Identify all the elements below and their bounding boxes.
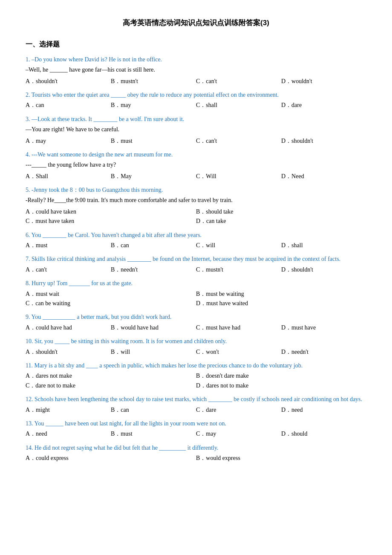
- option: B．must: [111, 429, 196, 439]
- options-row: A．mayB．mustC．can'tD．shouldn't: [26, 136, 366, 146]
- question-block: 1. –Do you know where David is? He is no…: [26, 55, 366, 86]
- option: C．shall: [196, 101, 281, 110]
- option: C．won't: [196, 347, 281, 357]
- question-continuation: —You are right! We have to be careful.: [26, 125, 366, 134]
- option: C．dare not to make: [26, 381, 196, 390]
- question-text: 1. –Do you know where David is? He is no…: [26, 55, 366, 64]
- question-continuation: ---_____ the young fellow have a try?: [26, 160, 366, 170]
- option: B．must be waiting: [196, 289, 366, 299]
- option: B．can: [111, 241, 196, 250]
- option: B．can: [111, 405, 196, 415]
- question-text: 14. He did not regret saying what he did…: [26, 443, 366, 453]
- option: A．dares not make: [26, 371, 196, 381]
- option: B．May: [111, 172, 196, 181]
- question-number: 11.: [26, 362, 33, 369]
- question-block: 14. He did not regret saying what he did…: [26, 443, 366, 463]
- options-row: A．must waitB．must be waitingC．can be wai…: [26, 289, 366, 309]
- question-number: 14.: [26, 445, 33, 451]
- question-block: 7. Skills like critical thinking and ana…: [26, 254, 366, 275]
- options-row: A．shouldn'tB．mustn'tC．can'tD．wouldn't: [26, 77, 366, 86]
- options-row: A．ShallB．MayC．WillD．Need: [26, 172, 366, 181]
- question-block: 11. Mary is a bit shy and ____ a speech …: [26, 361, 366, 390]
- option: D．must have: [281, 323, 366, 332]
- option: C．must have taken: [26, 217, 196, 226]
- question-text: 8. Hurry up! Tom _______ for us at the g…: [26, 279, 366, 288]
- option: D．shouldn't: [281, 265, 366, 275]
- options-row: A．could have takenB．should takeC．must ha…: [26, 207, 366, 226]
- option: A．Shall: [26, 172, 111, 181]
- options-row: A．dares not makeB．doesn't dare makeC．dar…: [26, 371, 366, 390]
- question-text: 5. -Jenny took the 8：00 bus to Guangzhou…: [26, 185, 366, 195]
- question-text: 11. Mary is a bit shy and ____ a speech …: [26, 361, 366, 370]
- option: A．may: [26, 136, 111, 146]
- option: D．shouldn't: [281, 136, 366, 146]
- section-title: 一、选择题: [26, 39, 366, 50]
- question-text: 9. You ___________ a better mark, but yo…: [26, 312, 366, 322]
- option: C．must have had: [196, 323, 281, 332]
- option: C．can't: [196, 77, 281, 86]
- question-block: 12. Schools have been lengthening the sc…: [26, 395, 366, 415]
- question-number: 3.: [26, 116, 30, 122]
- question-text: 10. Sir, you _____ be sitting in this wa…: [26, 337, 366, 346]
- option: B．will: [111, 347, 196, 357]
- question-text: 2. Tourists who enter the quiet area ___…: [26, 90, 366, 100]
- question-number: 1.: [26, 56, 30, 63]
- option: A．can: [26, 101, 111, 110]
- option: B．doesn't dare make: [196, 371, 366, 381]
- options-row: A．could have hadB．would have hadC．must h…: [26, 323, 366, 332]
- question-number: 6.: [26, 232, 30, 238]
- question-number: 2.: [26, 92, 30, 98]
- options-row: A．mightB．canC．dareD．need: [26, 405, 366, 415]
- option: A．can't: [26, 265, 111, 275]
- question-text: 13. You ______ have been out last night,…: [26, 419, 366, 428]
- option: B．mustn't: [111, 77, 196, 86]
- question-block: 10. Sir, you _____ be sitting in this wa…: [26, 337, 366, 357]
- question-block: 5. -Jenny took the 8：00 bus to Guangzhou…: [26, 185, 366, 226]
- option: C．mustn't: [196, 265, 281, 275]
- question-number: 5.: [26, 187, 30, 193]
- option: D．wouldn't: [281, 77, 366, 86]
- option: A．must: [26, 241, 111, 250]
- question-number: 10.: [26, 338, 33, 344]
- question-continuation: -Really? He____the 9:00 train. It's much…: [26, 196, 366, 205]
- option: C．Will: [196, 172, 281, 181]
- option: D．dares not to make: [196, 381, 366, 390]
- options-row: A．could expressB．would express: [26, 454, 366, 463]
- option: A．could express: [26, 454, 196, 463]
- option: D．shall: [281, 241, 366, 250]
- option: A．could have taken: [26, 207, 196, 217]
- question-text: 3. —Look at these tracks. It ________ be…: [26, 115, 366, 124]
- option: C．can't: [196, 136, 281, 146]
- question-text: 6. You ________ be Carol. You haven't ch…: [26, 231, 366, 240]
- options-row: A．mustB．canC．willD．shall: [26, 241, 366, 250]
- option: B．may: [111, 101, 196, 110]
- option: D．need: [281, 405, 366, 415]
- option: D．Need: [281, 172, 366, 181]
- option: D．can take: [196, 217, 366, 226]
- options-row: A．shouldn'tB．willC．won'tD．needn't: [26, 347, 366, 357]
- page-title: 高考英语情态动词知识点知识点训练附答案(3): [26, 17, 366, 29]
- question-continuation: –Well, he ______ have gone far—his coat …: [26, 65, 366, 75]
- option: A．could have had: [26, 323, 111, 332]
- options-row: A．canB．mayC．shallD．dare: [26, 101, 366, 110]
- option: C．dare: [196, 405, 281, 415]
- option: A．might: [26, 405, 111, 415]
- option: B．would express: [196, 454, 366, 463]
- question-number: 12.: [26, 396, 33, 402]
- options-row: A．can'tB．needn'tC．mustn'tD．shouldn't: [26, 265, 366, 275]
- option: A．shouldn't: [26, 77, 111, 86]
- option: B．needn't: [111, 265, 196, 275]
- option: D．dare: [281, 101, 366, 110]
- question-number: 7.: [26, 256, 30, 262]
- question-text: 4. ---We want someone to design the new …: [26, 150, 366, 159]
- option: A．need: [26, 429, 111, 439]
- question-block: 3. —Look at these tracks. It ________ be…: [26, 115, 366, 146]
- question-number: 9.: [26, 314, 30, 320]
- question-block: 2. Tourists who enter the quiet area ___…: [26, 90, 366, 110]
- question-block: 8. Hurry up! Tom _______ for us at the g…: [26, 279, 366, 308]
- option: D．needn't: [281, 347, 366, 357]
- option: C．may: [196, 429, 281, 439]
- options-row: A．needB．mustC．mayD．should: [26, 429, 366, 439]
- question-block: 9. You ___________ a better mark, but yo…: [26, 312, 366, 332]
- option: A．shouldn't: [26, 347, 111, 357]
